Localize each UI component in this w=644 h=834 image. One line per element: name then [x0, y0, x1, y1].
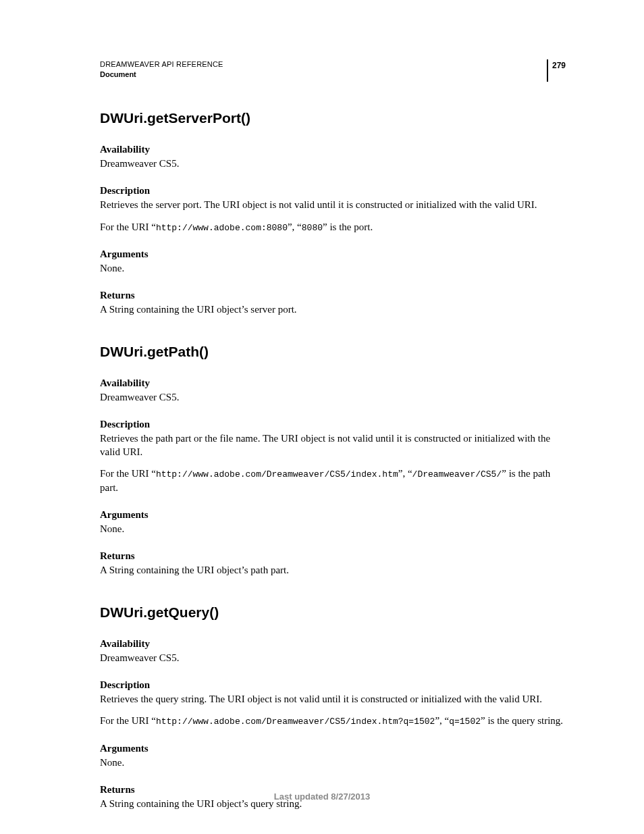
code-uri: http://www.adobe.com/Dreamweaver/CS5/ind…	[156, 469, 398, 479]
returns-value: A String containing the URI object’s pat…	[100, 563, 571, 577]
description-block: Description Retrieves the path part or t…	[100, 419, 571, 494]
description-text: Retrieves the path part or the file name…	[100, 432, 571, 459]
description-label: Description	[100, 679, 571, 691]
footer-last-updated: Last updated 8/27/2013	[0, 791, 644, 802]
description-example: For the URI “http://www.adobe.com/Dreamw…	[100, 467, 571, 494]
code-uri: http://www.adobe.com/Dreamweaver/CS5/ind…	[156, 716, 435, 727]
code-value: /Dreamweaver/CS5/	[412, 469, 502, 479]
availability-label: Availability	[100, 144, 571, 155]
doc-section: Document	[100, 70, 223, 80]
arguments-block: Arguments None.	[100, 509, 571, 536]
function-heading: DWUri.getQuery()	[100, 604, 571, 621]
arguments-value: None.	[100, 522, 571, 536]
availability-value: Dreamweaver CS5.	[100, 157, 571, 170]
description-example: For the URI “http://www.adobe.com:8080”,…	[100, 220, 571, 234]
text: ”, “	[435, 715, 449, 726]
doc-title: DREAMWEAVER API REFERENCE	[100, 59, 223, 70]
description-label: Description	[100, 185, 571, 197]
page: DREAMWEAVER API REFERENCE Document 279 D…	[0, 0, 644, 834]
text: For the URI “	[100, 221, 156, 232]
text: ”, “	[398, 468, 412, 479]
description-text: Retrieves the server port. The URI objec…	[100, 198, 571, 211]
description-block: Description Retrieves the server port. T…	[100, 185, 571, 234]
arguments-block: Arguments None.	[100, 743, 571, 769]
returns-block: Returns A String containing the URI obje…	[100, 550, 571, 577]
function-heading: DWUri.getServerPort()	[100, 110, 571, 126]
availability-value: Dreamweaver CS5.	[100, 390, 571, 404]
running-head: DREAMWEAVER API REFERENCE Document 279	[100, 59, 571, 82]
arguments-value: None.	[100, 261, 571, 275]
description-block: Description Retrieves the query string. …	[100, 679, 571, 728]
text: ” is the port.	[323, 221, 373, 232]
description-text: Retrieves the query string. The URI obje…	[100, 692, 571, 706]
arguments-label: Arguments	[100, 509, 571, 521]
code-value: 8080	[302, 223, 323, 233]
text: ”, “	[288, 221, 302, 232]
availability-label: Availability	[100, 638, 571, 650]
availability-block: Availability Dreamweaver CS5.	[100, 144, 571, 170]
availability-block: Availability Dreamweaver CS5.	[100, 377, 571, 404]
code-uri: http://www.adobe.com:8080	[156, 223, 288, 233]
availability-block: Availability Dreamweaver CS5.	[100, 638, 571, 664]
text: ” is the query string.	[481, 715, 563, 726]
arguments-block: Arguments None.	[100, 249, 571, 275]
availability-value: Dreamweaver CS5.	[100, 651, 571, 664]
returns-label: Returns	[100, 550, 571, 562]
function-heading: DWUri.getPath()	[100, 344, 571, 360]
running-head-left: DREAMWEAVER API REFERENCE Document	[100, 59, 223, 80]
returns-label: Returns	[100, 290, 571, 301]
returns-block: Returns A String containing the URI obje…	[100, 290, 571, 316]
code-value: q=1502	[449, 716, 481, 727]
arguments-label: Arguments	[100, 249, 571, 260]
text: For the URI “	[100, 715, 156, 726]
availability-label: Availability	[100, 377, 571, 389]
description-label: Description	[100, 419, 571, 430]
text: For the URI “	[100, 468, 156, 479]
page-number: 279	[547, 59, 571, 82]
description-example: For the URI “http://www.adobe.com/Dreamw…	[100, 714, 571, 728]
arguments-label: Arguments	[100, 743, 571, 754]
returns-value: A String containing the URI object’s ser…	[100, 303, 571, 316]
arguments-value: None.	[100, 756, 571, 769]
